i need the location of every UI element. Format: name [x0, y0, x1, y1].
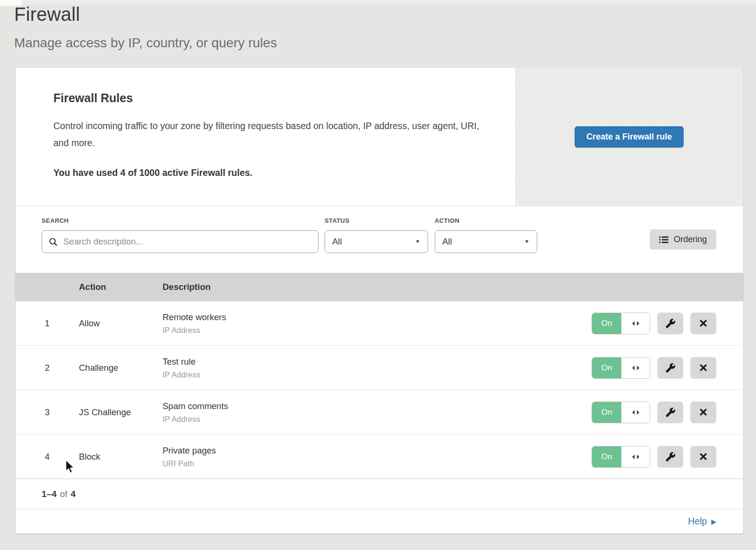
- rule-priority: 3: [16, 407, 79, 418]
- card-header-section: Firewall Rules Control incoming traffic …: [16, 68, 743, 206]
- help-link-label: Help: [688, 516, 707, 527]
- delete-rule-button[interactable]: [690, 357, 716, 379]
- action-selected-value: All: [442, 236, 452, 247]
- status-label: STATUS: [325, 217, 428, 224]
- rule-description-cell: Test rule IP Address: [163, 357, 200, 379]
- rule-match-type: IP Address: [163, 370, 200, 379]
- close-icon: [698, 363, 708, 373]
- edit-rule-button[interactable]: [657, 402, 683, 423]
- ordering-button[interactable]: Ordering: [650, 229, 716, 250]
- ordered-list-icon: [659, 236, 669, 244]
- rule-description-cell: Remote workers IP Address: [163, 312, 226, 335]
- page-subtitle: Manage access by IP, country, or query r…: [14, 35, 277, 51]
- rule-match-type: URI Path: [163, 459, 216, 468]
- table-row: 3 JS Challenge Spam comments IP Address …: [16, 390, 743, 434]
- pagination: 1–4 of 4: [16, 479, 743, 509]
- action-label: ACTION: [435, 217, 537, 224]
- search-input[interactable]: [62, 236, 318, 247]
- card-description: Control incoming traffic to your zone by…: [53, 117, 493, 151]
- rule-description: Remote workers: [163, 312, 226, 323]
- caret-down-icon: ▼: [415, 239, 421, 244]
- search-box[interactable]: [42, 230, 318, 253]
- toggle-left-right-arrows-icon[interactable]: [621, 446, 650, 467]
- rule-controls: On: [592, 402, 743, 423]
- help-link[interactable]: Help ▶: [688, 516, 716, 527]
- usage-summary: You have used 4 of 1000 active Firewall …: [53, 167, 493, 178]
- create-firewall-rule-button[interactable]: Create a Firewall rule: [575, 126, 684, 148]
- rule-priority: 4: [16, 452, 79, 462]
- rule-enable-toggle[interactable]: On: [592, 313, 650, 334]
- status-select[interactable]: All ▼: [325, 230, 428, 253]
- rule-description-cell: Spam comments IP Address: [163, 401, 228, 424]
- delete-rule-button[interactable]: [690, 313, 716, 334]
- toggle-left-right-arrows-icon[interactable]: [621, 402, 650, 423]
- edit-rule-button[interactable]: [657, 313, 683, 334]
- column-header-action: Action: [79, 282, 163, 292]
- card-title: Firewall Rules: [53, 91, 493, 105]
- rule-priority: 1: [16, 318, 79, 329]
- table-row: 2 Challenge Test rule IP Address On: [16, 345, 743, 390]
- rule-action: Block: [79, 452, 163, 462]
- search-filter-group: SEARCH: [42, 217, 318, 273]
- rule-enable-toggle[interactable]: On: [592, 357, 650, 379]
- wrench-icon: [665, 318, 676, 329]
- create-rule-panel: Create a Firewall rule: [515, 68, 743, 206]
- table-row: 1 Allow Remote workers IP Address On: [16, 301, 743, 345]
- edit-rule-button[interactable]: [657, 446, 683, 468]
- close-icon: [698, 452, 708, 462]
- page-header: Firewall Manage access by IP, country, o…: [14, 4, 277, 51]
- caret-down-icon: ▼: [524, 239, 530, 244]
- rule-description-cell: Private pages URI Path: [163, 445, 216, 468]
- close-icon: [698, 318, 708, 328]
- column-header-description: Description: [163, 282, 211, 292]
- status-selected-value: All: [332, 236, 342, 247]
- rule-description: Test rule: [163, 357, 200, 367]
- pagination-total: 4: [71, 489, 76, 499]
- firewall-rules-card: Firewall Rules Control incoming traffic …: [16, 68, 743, 533]
- toggle-on-label: On: [592, 313, 621, 334]
- rule-action: JS Challenge: [79, 407, 163, 418]
- rule-priority: 2: [16, 363, 79, 373]
- toggle-left-right-arrows-icon[interactable]: [621, 358, 650, 378]
- card-header-text: Firewall Rules Control incoming traffic …: [16, 68, 493, 178]
- triangle-right-icon: ▶: [711, 518, 716, 525]
- status-filter-group: STATUS All ▼: [325, 217, 428, 273]
- table-row: 4 Block Private pages URI Path On: [16, 434, 743, 479]
- action-select[interactable]: All ▼: [435, 230, 537, 253]
- filters-section: SEARCH STATUS All ▼ ACTION All ▼: [16, 206, 743, 273]
- toggle-on-label: On: [592, 446, 621, 467]
- wrench-icon: [665, 407, 676, 418]
- delete-rule-button[interactable]: [690, 446, 716, 468]
- rule-description: Spam comments: [163, 401, 228, 411]
- rule-controls: On: [592, 446, 743, 468]
- delete-rule-button[interactable]: [690, 402, 716, 423]
- rule-match-type: IP Address: [163, 326, 226, 335]
- card-footer: Help ▶: [16, 509, 743, 533]
- wrench-icon: [665, 452, 676, 462]
- action-filter-group: ACTION All ▼: [435, 217, 537, 273]
- rule-action: Allow: [79, 318, 163, 329]
- wrench-icon: [665, 363, 676, 373]
- ordering-button-label: Ordering: [674, 235, 707, 244]
- edit-rule-button[interactable]: [657, 357, 683, 379]
- rule-controls: On: [592, 313, 743, 334]
- rule-action: Challenge: [79, 363, 163, 373]
- search-icon: [49, 237, 58, 246]
- page-title: Firewall: [14, 4, 277, 25]
- toggle-on-label: On: [592, 358, 621, 378]
- ordering-wrap: Ordering: [650, 217, 716, 273]
- toggle-left-right-arrows-icon[interactable]: [621, 313, 650, 334]
- rule-match-type: IP Address: [163, 415, 228, 424]
- pagination-range: 1–4: [42, 489, 57, 499]
- rule-controls: On: [592, 357, 743, 379]
- rule-enable-toggle[interactable]: On: [592, 402, 650, 423]
- table-header: Action Description: [16, 273, 743, 301]
- rule-enable-toggle[interactable]: On: [592, 446, 650, 468]
- toggle-on-label: On: [592, 402, 621, 423]
- search-label: SEARCH: [42, 217, 318, 224]
- pagination-of: of: [60, 489, 68, 499]
- rules-table-body: 1 Allow Remote workers IP Address On: [16, 301, 743, 479]
- rule-description: Private pages: [163, 445, 216, 456]
- close-icon: [698, 407, 708, 417]
